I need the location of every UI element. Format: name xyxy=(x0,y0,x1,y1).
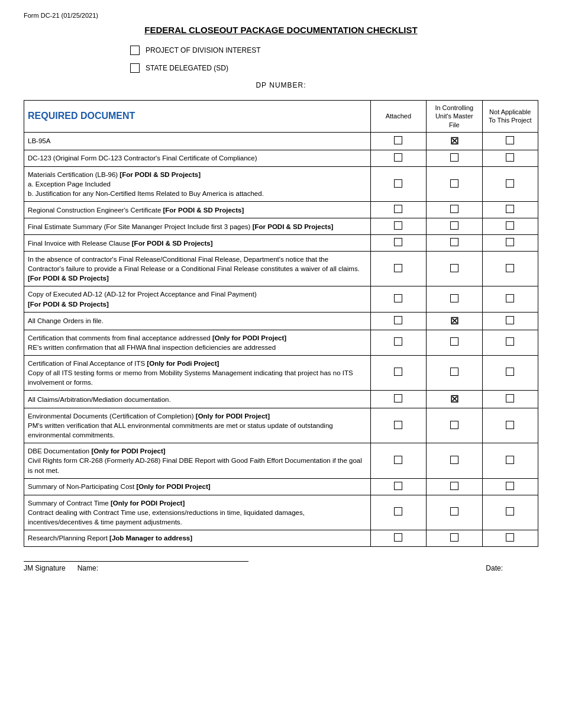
not-applicable-cell-16[interactable] xyxy=(482,495,538,530)
master-file-cell-8[interactable] xyxy=(427,286,482,312)
not-applicable-cell-7[interactable] xyxy=(482,252,538,286)
master-file-cell-3[interactable] xyxy=(427,166,482,201)
not-applicable-cell-1[interactable] xyxy=(482,132,538,150)
empty-checkbox[interactable] xyxy=(450,294,458,302)
empty-checkbox[interactable] xyxy=(394,456,402,464)
empty-checkbox[interactable] xyxy=(506,482,514,490)
empty-checkbox[interactable] xyxy=(506,421,514,429)
not-applicable-cell-10[interactable] xyxy=(482,330,538,355)
empty-checkbox[interactable] xyxy=(394,205,402,213)
not-applicable-cell-4[interactable] xyxy=(482,202,538,218)
attached-cell-13[interactable] xyxy=(370,408,426,443)
master-file-cell-2[interactable] xyxy=(427,150,482,166)
master-file-cell-13[interactable] xyxy=(427,408,482,443)
empty-checkbox[interactable] xyxy=(394,179,402,188)
not-applicable-cell-12[interactable] xyxy=(482,391,538,408)
empty-checkbox[interactable] xyxy=(506,179,514,188)
empty-checkbox[interactable] xyxy=(450,533,458,542)
empty-checkbox[interactable] xyxy=(506,221,514,230)
empty-checkbox[interactable] xyxy=(450,205,458,213)
empty-checkbox[interactable] xyxy=(506,205,514,213)
master-file-cell-12[interactable]: ☒ xyxy=(427,391,482,408)
not-applicable-cell-11[interactable] xyxy=(482,355,538,390)
attached-cell-6[interactable] xyxy=(370,235,426,252)
empty-checkbox[interactable] xyxy=(394,316,402,324)
master-file-cell-9[interactable]: ☒ xyxy=(427,312,482,330)
empty-checkbox[interactable] xyxy=(450,421,458,429)
attached-cell-3[interactable] xyxy=(370,166,426,201)
empty-checkbox[interactable] xyxy=(450,153,458,162)
master-file-cell-10[interactable] xyxy=(427,330,482,355)
attached-cell-12[interactable] xyxy=(370,391,426,408)
empty-checkbox[interactable] xyxy=(506,533,514,542)
empty-checkbox[interactable] xyxy=(506,368,514,376)
master-file-cell-15[interactable] xyxy=(427,478,482,495)
attached-cell-7[interactable] xyxy=(370,252,426,286)
empty-checkbox[interactable] xyxy=(506,294,514,302)
not-applicable-cell-17[interactable] xyxy=(482,530,538,546)
empty-checkbox[interactable] xyxy=(394,238,402,246)
master-file-cell-6[interactable] xyxy=(427,235,482,252)
empty-checkbox[interactable] xyxy=(394,136,402,144)
attached-cell-10[interactable] xyxy=(370,330,426,355)
empty-checkbox[interactable] xyxy=(506,394,514,402)
empty-checkbox[interactable] xyxy=(506,264,514,272)
empty-checkbox[interactable] xyxy=(394,221,402,230)
empty-checkbox[interactable] xyxy=(394,507,402,516)
empty-checkbox[interactable] xyxy=(450,179,458,188)
attached-cell-17[interactable] xyxy=(370,530,426,546)
empty-checkbox[interactable] xyxy=(394,533,402,542)
not-applicable-cell-2[interactable] xyxy=(482,150,538,166)
empty-checkbox[interactable] xyxy=(394,264,402,272)
empty-checkbox[interactable] xyxy=(506,153,514,162)
empty-checkbox[interactable] xyxy=(394,368,402,376)
empty-checkbox[interactable] xyxy=(506,456,514,464)
empty-checkbox[interactable] xyxy=(450,368,458,376)
master-file-cell-16[interactable] xyxy=(427,495,482,530)
not-applicable-cell-14[interactable] xyxy=(482,443,538,478)
not-applicable-cell-5[interactable] xyxy=(482,218,538,235)
attached-cell-5[interactable] xyxy=(370,218,426,235)
empty-checkbox[interactable] xyxy=(506,238,514,246)
not-applicable-cell-13[interactable] xyxy=(482,408,538,443)
master-file-cell-5[interactable] xyxy=(427,218,482,235)
attached-cell-9[interactable] xyxy=(370,312,426,330)
empty-checkbox[interactable] xyxy=(506,316,514,324)
attached-cell-16[interactable] xyxy=(370,495,426,530)
not-applicable-cell-3[interactable] xyxy=(482,166,538,201)
master-file-cell-17[interactable] xyxy=(427,530,482,546)
checkbox1[interactable] xyxy=(130,46,140,55)
not-applicable-cell-15[interactable] xyxy=(482,478,538,495)
empty-checkbox[interactable] xyxy=(450,264,458,272)
empty-checkbox[interactable] xyxy=(394,153,402,162)
not-applicable-cell-8[interactable] xyxy=(482,286,538,312)
empty-checkbox[interactable] xyxy=(394,337,402,346)
checkbox2[interactable] xyxy=(130,63,140,73)
master-file-cell-4[interactable] xyxy=(427,202,482,218)
empty-checkbox[interactable] xyxy=(506,507,514,516)
empty-checkbox[interactable] xyxy=(394,394,402,402)
empty-checkbox[interactable] xyxy=(450,456,458,464)
attached-cell-4[interactable] xyxy=(370,202,426,218)
master-file-cell-14[interactable] xyxy=(427,443,482,478)
empty-checkbox[interactable] xyxy=(394,482,402,490)
empty-checkbox[interactable] xyxy=(394,294,402,302)
not-applicable-cell-9[interactable] xyxy=(482,312,538,330)
attached-cell-1[interactable] xyxy=(370,132,426,150)
empty-checkbox[interactable] xyxy=(506,337,514,346)
empty-checkbox[interactable] xyxy=(450,507,458,516)
empty-checkbox[interactable] xyxy=(506,136,514,144)
empty-checkbox[interactable] xyxy=(450,482,458,490)
empty-checkbox[interactable] xyxy=(450,238,458,246)
empty-checkbox[interactable] xyxy=(394,421,402,429)
attached-cell-8[interactable] xyxy=(370,286,426,312)
master-file-cell-11[interactable] xyxy=(427,355,482,390)
attached-cell-15[interactable] xyxy=(370,478,426,495)
empty-checkbox[interactable] xyxy=(450,221,458,230)
master-file-cell-1[interactable]: ☒ xyxy=(427,132,482,150)
empty-checkbox[interactable] xyxy=(450,337,458,346)
master-file-cell-7[interactable] xyxy=(427,252,482,286)
attached-cell-2[interactable] xyxy=(370,150,426,166)
not-applicable-cell-6[interactable] xyxy=(482,235,538,252)
attached-cell-11[interactable] xyxy=(370,355,426,390)
